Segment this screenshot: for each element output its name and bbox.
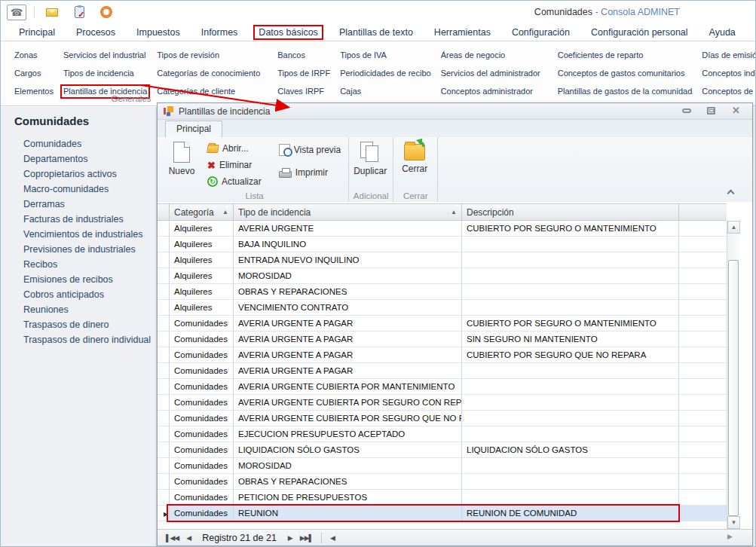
ribbon-item-zonas[interactable]: Zonas xyxy=(14,46,54,64)
menu-item-ayuda[interactable]: Ayuda xyxy=(709,27,736,38)
ribbon-item-tipos-de-revision[interactable]: Tipos de revisión xyxy=(157,46,260,64)
sidebar-item-facturas-de-industriales[interactable]: Facturas de industriales xyxy=(1,212,156,227)
menu-item-impuestos[interactable]: Impuestos xyxy=(136,27,180,38)
ribbon-item-categorias-de-conocimiento[interactable]: Categorías de conocimiento xyxy=(157,64,260,82)
table-row[interactable]: ComunidadesAVERIA URGENTE A PAGAR xyxy=(158,363,727,379)
table-row[interactable]: AlquileresENTRADA NUEVO INQUILINO xyxy=(158,252,727,268)
table-row[interactable]: ComunidadesMOROSIDAD xyxy=(158,458,727,474)
column-header-categoria[interactable]: Categoría▲ xyxy=(170,204,234,220)
table-row[interactable]: ▶ComunidadesREUNIONREUNION DE COMUNIDAD xyxy=(158,506,727,521)
menu-item-herramientas[interactable]: Herramientas xyxy=(434,27,491,38)
tipo-cell: EJECUCION PRESUPUESTO ACEPTADO xyxy=(234,426,462,442)
menu-item-plantillas-de-texto[interactable]: Plantillas de texto xyxy=(339,27,413,38)
sidebar-item-copropietarios-activos[interactable]: Copropietarios activos xyxy=(1,167,156,182)
scroll-up-icon[interactable]: ▲ xyxy=(727,221,740,234)
ribbon-item-cajas[interactable]: Cajas xyxy=(340,82,430,100)
table-row[interactable]: AlquileresVENCIMIENTO CONTRATO xyxy=(158,300,727,316)
menu-item-configuracion-personal[interactable]: Configuración personal xyxy=(591,27,688,38)
table-row[interactable]: ComunidadesAVERIA URGENTE A PAGARSIN SEG… xyxy=(158,332,727,347)
sidebar-item-reuniones[interactable]: Reuniones xyxy=(1,302,156,317)
ribbon-item-plantillas-de-gastos-de-la-comunidad[interactable]: Plantillas de gastos de la comunidad xyxy=(558,82,693,100)
ribbon-item-tipos-de-irpf[interactable]: Tipos de IRPF xyxy=(277,64,330,82)
duplicar-button[interactable]: Duplicar xyxy=(352,139,388,188)
broadcast-icon[interactable] xyxy=(96,5,116,20)
ribbon-item-servicios-del-administrador[interactable]: Servicios del administrador xyxy=(441,64,540,82)
menu-item-datos-basicos[interactable]: Datos básicos xyxy=(259,27,318,38)
table-row[interactable]: AlquileresAVERIA URGENTECUBIERTO POR SEG… xyxy=(158,221,727,237)
ribbon-item-tipos-de-incidencia[interactable]: Tipos de incidencia xyxy=(63,64,147,82)
ribbon-item-conceptos-de-gastos-comunitarios[interactable]: Conceptos de gastos comunitarios xyxy=(558,64,693,82)
tab-principal[interactable]: Principal xyxy=(165,121,222,137)
ribbon-item-servicios-del-industrial[interactable]: Servicios del industrial xyxy=(63,46,147,64)
menu-item-informes[interactable]: Informes xyxy=(201,27,238,38)
eliminar-button[interactable]: ✖Eliminar xyxy=(204,157,265,173)
minimize-icon[interactable] xyxy=(681,105,692,115)
sidebar-list: ComunidadesDepartamentosCopropietarios a… xyxy=(1,136,156,347)
column-header-tipo-de-incidencia[interactable]: Tipo de incidencia▲ xyxy=(234,204,462,220)
menu-item-configuracion[interactable]: Configuración xyxy=(512,27,570,38)
last-record-icon[interactable]: ▶▶▌ xyxy=(296,534,317,542)
ribbon-item-claves-irpf[interactable]: Claves IRPF xyxy=(277,82,330,100)
first-record-icon[interactable]: ▌◀◀ xyxy=(162,534,182,542)
maximize-icon[interactable] xyxy=(705,105,717,115)
table-row[interactable]: ComunidadesEJECUCION PRESUPUESTO ACEPTAD… xyxy=(158,426,727,442)
ribbon-item-periodicidades-de-recibo[interactable]: Periodicidades de recibo xyxy=(340,64,430,82)
sidebar-item-macro-comunidades[interactable]: Macro-comunidades xyxy=(1,182,156,197)
sidebar-item-previsiones-de-industriales[interactable]: Previsiones de industriales xyxy=(1,242,156,257)
ribbon-item-elementos[interactable]: Elementos xyxy=(14,82,54,100)
table-row[interactable]: ComunidadesAVERIA URGENTE A PAGARCUBIERT… xyxy=(158,347,727,363)
vertical-scrollbar-thumb[interactable] xyxy=(728,260,739,516)
abrir-button[interactable]: Abrir... xyxy=(204,141,265,156)
imprimir-button[interactable]: Imprimir xyxy=(276,165,344,180)
column-header-descripcion[interactable]: Descripción xyxy=(462,204,679,220)
descripcion-cell: CUBIERTO POR SEGURO O MANTENIMIENTO xyxy=(462,316,679,332)
close-icon[interactable]: ✕ xyxy=(730,105,742,115)
ribbon-item-conceptos-administrador[interactable]: Conceptos administrador xyxy=(441,82,540,100)
sidebar-item-comunidades[interactable]: Comunidades xyxy=(1,136,156,151)
ribbon-item-conceptos-de-recibo[interactable]: Conceptos de recibo xyxy=(702,82,756,100)
table-row[interactable]: ComunidadesOBRAS Y REPARACIONES xyxy=(158,474,727,490)
menu-item-procesos[interactable]: Procesos xyxy=(76,27,115,38)
table-row[interactable]: AlquileresOBRAS Y REPARACIONES xyxy=(158,284,727,300)
ribbon-item-cargos[interactable]: Cargos xyxy=(14,64,54,82)
table-row[interactable]: ComunidadesAVERIA URGENTE A PAGARCUBIERT… xyxy=(158,316,727,332)
ribbon-item-coeficientes-de-reparto[interactable]: Coeficientes de reparto xyxy=(558,46,693,64)
table-row[interactable]: ComunidadesAVERIA URGENTE CUBIERTA POR M… xyxy=(158,379,727,395)
sidebar-item-traspasos-de-dinero-individual[interactable]: Traspasos de dinero individual xyxy=(1,332,156,347)
row-indicator-cell xyxy=(158,490,170,506)
sidebar-item-recibos[interactable]: Recibos xyxy=(1,257,156,272)
nuevo-button[interactable]: Nuevo xyxy=(164,139,200,188)
sidebar-item-emisiones-de-recibos[interactable]: Emisiones de recibos xyxy=(1,272,156,287)
ribbon-item-bancos[interactable]: Bancos xyxy=(277,46,330,64)
table-row[interactable]: AlquileresMOROSIDAD xyxy=(158,268,727,284)
phone-icon[interactable]: ☎ xyxy=(7,5,26,20)
ribbon-item-dias-de-emision-de-recibo[interactable]: Días de emisión de recibo xyxy=(702,46,756,64)
sidebar-item-cobros-anticipados[interactable]: Cobros anticipados xyxy=(1,287,156,302)
vertical-scrollbar[interactable]: ▲ ▼ xyxy=(727,221,739,529)
ribbon-item-tipos-de-iva[interactable]: Tipos de IVA xyxy=(340,46,430,64)
previous-record-icon[interactable]: ◀ xyxy=(182,534,194,542)
menu-item-principal[interactable]: Principal xyxy=(19,27,55,38)
table-row[interactable]: ComunidadesAVERIA URGENTE CUBIERTA POR S… xyxy=(158,411,727,426)
ribbon-item-conceptos-individuales[interactable]: Conceptos individuales xyxy=(702,64,756,82)
scroll-down-icon[interactable]: ▼ xyxy=(727,516,740,529)
vista-previa-button[interactable]: Vista previa xyxy=(276,142,344,157)
sidebar-item-departamentos[interactable]: Departamentos xyxy=(1,151,156,167)
hscroll-right-icon[interactable]: ▶ xyxy=(727,533,733,540)
ribbon-collapse-chevron-icon[interactable] xyxy=(725,188,736,197)
ribbon-item-areas-de-negocio[interactable]: Áreas de negocio xyxy=(441,46,540,64)
tasks-check-icon[interactable] xyxy=(69,5,89,20)
sidebar-item-derramas[interactable]: Derramas xyxy=(1,197,156,212)
next-record-icon[interactable]: ▶ xyxy=(284,534,296,542)
table-row[interactable]: AlquileresBAJA INQUILINO xyxy=(158,237,727,252)
cerrar-button[interactable]: Cerrar xyxy=(396,139,433,188)
dialog-title-bar[interactable]: Plantillas de incidencia ✕ xyxy=(158,103,752,120)
mail-icon[interactable] xyxy=(42,5,62,20)
table-row[interactable]: ComunidadesAVERIA URGENTE CUBIERTA POR S… xyxy=(158,395,727,411)
actualizar-button[interactable]: ↻Actualizar xyxy=(204,174,265,189)
sidebar-item-traspasos-de-dinero[interactable]: Traspasos de dinero xyxy=(1,317,156,332)
hscroll-left-icon[interactable]: ◀ xyxy=(326,534,338,542)
sidebar-item-vencimientos-de-industriales[interactable]: Vencimientos de industriales xyxy=(1,227,156,242)
table-row[interactable]: ComunidadesLIQUIDACION SÓLO GASTOSLIQUID… xyxy=(158,442,727,458)
table-row[interactable]: ComunidadesPETICION DE PRESUPUESTOS xyxy=(158,490,727,506)
